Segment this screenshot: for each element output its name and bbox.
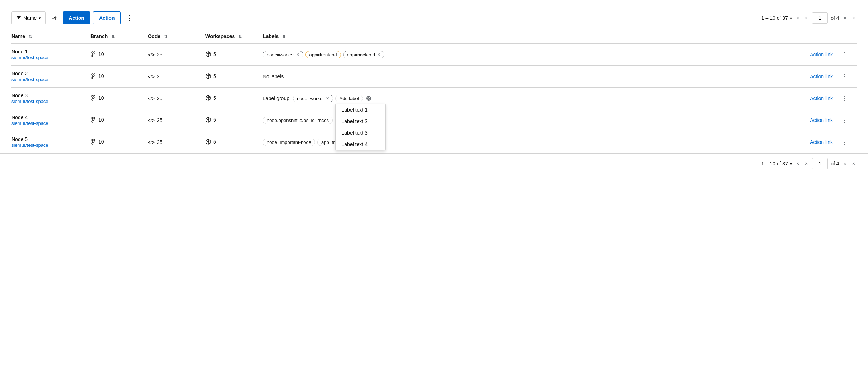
cell-code-node1: </> 25 [148, 44, 205, 66]
row-kebab-node1[interactable]: ⋮ [839, 50, 850, 59]
cell-code-node5: </> 25 [148, 131, 205, 153]
node2-link[interactable]: siemur/test-space [11, 77, 48, 82]
label-remove-node1-0[interactable]: ✕ [296, 52, 299, 57]
label-remove-node1-2[interactable]: ✕ [377, 52, 381, 57]
node2-workspace-count: 5 [213, 73, 216, 79]
cell-code-node4: </> 25 [148, 109, 205, 131]
add-label-dropdown-menu-node3: Label text 1 Label text 2 Label text 3 L… [335, 104, 386, 150]
branch-icon [90, 73, 96, 79]
label-group-text-node3: Label group [263, 95, 289, 101]
cell-branch-node1: 10 [90, 44, 148, 66]
row-kebab-node4[interactable]: ⋮ [839, 116, 850, 125]
code-cell-node3: </> 25 [148, 95, 162, 101]
bottom-pagination-prev-button[interactable]: × [803, 160, 809, 167]
cell-labels-node3: Label group node=worker ✕ Add label Labe… [263, 88, 774, 109]
table-container: Name ⇅ Branch ⇅ Code ⇅ Workspaces ⇅ [0, 29, 868, 153]
label-group-close-node3[interactable] [365, 95, 372, 101]
bottom-pagination-input[interactable] [812, 158, 828, 169]
label-remove-node3-0[interactable]: ✕ [326, 96, 329, 101]
dropdown-item-3[interactable]: Label text 4 [336, 139, 385, 150]
sort-code-icon[interactable]: ⇅ [164, 34, 167, 39]
label-tag-node5-0: node=important-node [263, 139, 315, 146]
add-label-dropdown-node3: Add label Label text 1 Label text 2 Labe… [335, 95, 363, 102]
node4-workspace-count: 5 [213, 117, 216, 123]
cell-workspaces-node1: 5 [205, 44, 263, 66]
dropdown-item-1[interactable]: Label text 2 [336, 116, 385, 127]
filter-button[interactable]: Name ▾ [11, 11, 46, 24]
cell-workspaces-node5: 5 [205, 131, 263, 153]
action-link-node4[interactable]: Action link [810, 117, 833, 123]
branch-icon [90, 139, 96, 145]
bottom-pagination-last-button[interactable]: × [851, 160, 857, 167]
branch-cell-node3: 10 [90, 95, 104, 101]
top-pagination-last-button[interactable]: × [851, 14, 857, 22]
code-cell-node1: </> 25 [148, 52, 162, 57]
top-pagination: 1 – 10 of 37 ▾ × × of 4 × × [761, 12, 857, 24]
col-header-code: Code ⇅ [148, 29, 205, 44]
node4-name: Node 4 [11, 114, 85, 120]
node5-workspace-count: 5 [213, 139, 216, 145]
sort-icon [51, 15, 57, 21]
label-tag-node3-0: node=worker ✕ [293, 95, 333, 102]
cell-branch-node4: 10 [90, 109, 148, 131]
table-row: Node 3 siemur/test-space 10 [11, 88, 857, 109]
action-secondary-button[interactable]: Action [93, 11, 121, 24]
col-header-workspaces: Workspaces ⇅ [205, 29, 263, 44]
sort-workspaces-icon[interactable]: ⇅ [238, 34, 242, 39]
top-pagination-first-button[interactable]: × [795, 14, 801, 22]
dropdown-item-2[interactable]: Label text 3 [336, 127, 385, 139]
top-pagination-input[interactable] [812, 12, 828, 24]
code-cell-node4: </> 25 [148, 117, 162, 123]
cell-workspaces-node2: 5 [205, 66, 263, 88]
node3-workspace-count: 5 [213, 95, 216, 101]
node5-code-count: 25 [157, 139, 163, 145]
sort-button[interactable] [48, 11, 60, 24]
svg-point-14 [94, 139, 95, 141]
node1-link[interactable]: siemur/test-space [11, 55, 48, 60]
bottom-pagination-range-text: 1 – 10 of 37 [761, 161, 788, 166]
label-tag-node1-0: node=worker ✕ [263, 51, 303, 58]
bottom-pagination-first-button[interactable]: × [795, 160, 801, 167]
row-kebab-node2[interactable]: ⋮ [839, 72, 850, 81]
dropdown-item-0[interactable]: Label text 1 [336, 104, 385, 116]
svg-point-13 [92, 139, 93, 141]
workspace-icon [205, 139, 211, 145]
table-row: Node 4 siemur/test-space 10 [11, 109, 857, 131]
add-label-button-node3[interactable]: Add label [335, 95, 363, 102]
sort-labels-icon[interactable]: ⇅ [282, 34, 285, 39]
top-pagination-prev-button[interactable]: × [803, 14, 809, 22]
top-pagination-of-text: of 4 [831, 15, 839, 21]
sort-name-icon[interactable]: ⇅ [29, 34, 32, 39]
col-header-branch: Branch ⇅ [90, 29, 148, 44]
cell-code-node2: </> 25 [148, 66, 205, 88]
code-icon: </> [148, 118, 155, 123]
code-icon: </> [148, 52, 155, 57]
cell-branch-node2: 10 [90, 66, 148, 88]
top-pagination-next-button[interactable]: × [842, 14, 848, 22]
node4-code-count: 25 [157, 117, 163, 123]
action-link-node5[interactable]: Action link [810, 139, 833, 145]
workspace-cell-node2: 5 [205, 73, 216, 79]
bottom-pagination-range[interactable]: 1 – 10 of 37 ▾ [761, 161, 792, 166]
row-kebab-node3[interactable]: ⋮ [839, 94, 850, 103]
labels-container-node1: node=worker ✕ app=frontend app=backend ✕ [263, 51, 768, 58]
svg-point-7 [94, 95, 95, 97]
node3-code-count: 25 [157, 95, 163, 101]
top-pagination-range[interactable]: 1 – 10 of 37 ▾ [761, 15, 792, 21]
action-primary-button[interactable]: Action [63, 11, 90, 24]
node3-link[interactable]: siemur/test-space [11, 99, 48, 104]
toolbar-kebab-button[interactable]: ⋮ [123, 11, 136, 24]
cell-kebab-node2: ⋮ [839, 66, 857, 88]
node4-link[interactable]: siemur/test-space [11, 121, 48, 126]
action-link-node3[interactable]: Action link [810, 95, 833, 101]
sort-branch-icon[interactable]: ⇅ [111, 34, 115, 39]
row-kebab-node5[interactable]: ⋮ [839, 137, 850, 147]
bottom-pagination-next-button[interactable]: × [842, 160, 848, 167]
table-row: Node 5 siemur/test-space 10 [11, 131, 857, 153]
action-link-node2[interactable]: Action link [810, 74, 833, 79]
code-icon: </> [148, 74, 155, 79]
svg-point-0 [92, 52, 93, 53]
label-tag-node1-2: app=backend ✕ [343, 51, 384, 58]
node5-link[interactable]: siemur/test-space [11, 142, 48, 148]
action-link-node1[interactable]: Action link [810, 52, 833, 57]
